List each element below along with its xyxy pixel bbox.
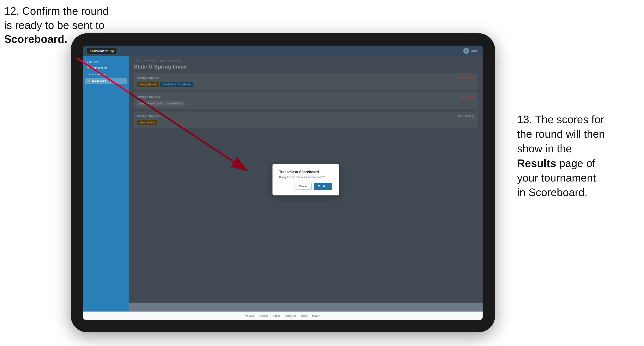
- user-area: 👤 Sign In: [463, 48, 478, 54]
- footer-resources[interactable]: Resources: [285, 315, 296, 317]
- logo-box: LeaderboardKing: [87, 48, 116, 54]
- content-area: Home › Tournaments › State U Spring Invi…: [129, 56, 482, 312]
- user-avatar: 👤: [463, 48, 469, 54]
- footer-privacy[interactable]: Privacy: [312, 315, 320, 317]
- main-content: MAIN MENU 🏆 Tournaments + Create New ✏️ …: [83, 56, 482, 312]
- cancel-button[interactable]: Cancel: [294, 183, 312, 190]
- sidebar-item-edit-existing[interactable]: ✏️ Edit Existing: [85, 78, 127, 84]
- create-new-label: Create New: [92, 73, 105, 76]
- dialog-subtitle: Ready to send this round to Scoreboard?: [279, 176, 332, 178]
- transmit-dialog: Transmit to Scoreboard Ready to send thi…: [272, 164, 339, 195]
- sidebar-menu-label: MAIN MENU: [83, 59, 129, 64]
- footer-pricing[interactable]: Pricing: [273, 315, 280, 317]
- footer-features[interactable]: Features: [259, 315, 268, 317]
- sidebar-tournaments-label: Tournaments: [92, 66, 107, 69]
- dialog-overlay: Transmit to Scoreboard Ready to send thi…: [129, 56, 482, 303]
- confirm-button[interactable]: Confirm: [314, 183, 332, 190]
- top-navbar: LeaderboardKing 👤 Sign In: [83, 46, 482, 56]
- dialog-actions: Cancel Confirm: [279, 183, 332, 190]
- footer-product[interactable]: Product: [246, 315, 254, 317]
- annotation-right: 13. The scores forthe round will thensho…: [517, 112, 638, 199]
- annotation-top-left: 12. Confirm the round is ready to be sen…: [4, 4, 109, 46]
- sidebar-item-create-new[interactable]: + Create New: [83, 71, 129, 78]
- edit-icon: ✏️: [87, 79, 90, 82]
- sidebar: MAIN MENU 🏆 Tournaments + Create New ✏️ …: [83, 56, 129, 312]
- dialog-title: Transmit to Scoreboard: [279, 170, 332, 174]
- logo: LeaderboardKing: [90, 49, 114, 52]
- trophy-icon: 🏆: [86, 66, 90, 69]
- tablet-screen: LeaderboardKing 👤 Sign In MAIN MENU 🏆 To…: [83, 46, 482, 320]
- tablet-frame: LeaderboardKing 👤 Sign In MAIN MENU 🏆 To…: [71, 33, 495, 332]
- footer-terms[interactable]: Terms: [301, 315, 307, 317]
- sidebar-item-tournaments[interactable]: 🏆 Tournaments: [83, 64, 129, 71]
- tablet-footer: Product Features Pricing Resources Terms…: [83, 312, 482, 320]
- edit-existing-label: Edit Existing: [92, 79, 106, 82]
- plus-icon: +: [89, 73, 90, 76]
- sign-in-label[interactable]: Sign In: [471, 49, 478, 52]
